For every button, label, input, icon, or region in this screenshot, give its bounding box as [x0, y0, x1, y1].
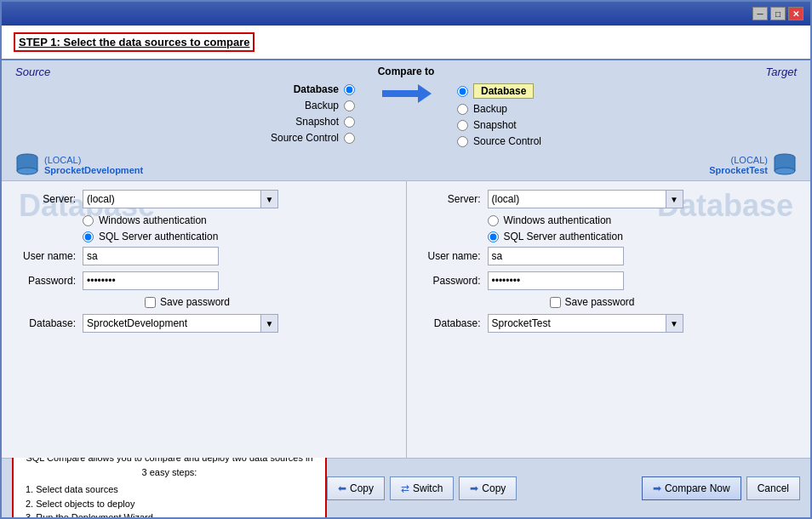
- target-database-label: Database:: [424, 317, 488, 329]
- target-save-password-row: Save password: [424, 296, 794, 308]
- target-windows-auth-row: Windows authentication: [424, 214, 794, 226]
- step-header-text: STEP 1: Select the data sources to compa…: [14, 32, 254, 52]
- source-server-dropdown-btn[interactable]: ▼: [261, 190, 278, 208]
- source-windows-auth-radio[interactable]: [83, 215, 94, 226]
- title-bar: ─ □ ✕: [2, 2, 810, 26]
- target-username-label: User name:: [424, 250, 488, 262]
- target-panel: Database Server: ▼ Windows authenticatio…: [407, 181, 811, 458]
- target-save-password-label: Save password: [565, 296, 635, 308]
- info-step-1: 1. Select data sources: [26, 482, 313, 497]
- target-database-input[interactable]: [488, 314, 666, 333]
- source-sql-auth-radio[interactable]: [83, 231, 94, 242]
- source-save-password-checkbox[interactable]: [145, 297, 156, 308]
- info-steps: 1. Select data sources 2. Select objects…: [26, 482, 313, 517]
- restore-button[interactable]: □: [770, 7, 786, 20]
- primary-buttons: ➡ Compare Now Cancel: [642, 476, 800, 500]
- copy-left-button[interactable]: ⬅ Copy: [327, 476, 385, 500]
- source-snapshot-radio[interactable]: [344, 117, 355, 128]
- target-sql-auth-row: SQL Server authentication: [424, 231, 794, 242]
- target-server-row: Server: ▼: [424, 190, 794, 208]
- compare-now-icon: ➡: [653, 482, 661, 494]
- target-username-row: User name:: [424, 247, 794, 265]
- source-save-password-row: Save password: [19, 296, 389, 308]
- target-snapshot-radio[interactable]: [457, 120, 468, 131]
- svg-marker-2: [418, 84, 432, 103]
- target-database-dropdown-btn[interactable]: ▼: [666, 314, 683, 333]
- target-password-input[interactable]: [488, 271, 624, 290]
- close-button[interactable]: ✕: [788, 7, 803, 20]
- svg-point-10: [775, 168, 795, 174]
- source-backup-label: Backup: [305, 100, 339, 111]
- source-db-name[interactable]: SprocketDevelopment: [44, 165, 143, 175]
- source-username-row: User name:: [19, 247, 389, 265]
- source-save-password-label: Save password: [160, 296, 230, 308]
- target-password-row: Password:: [424, 271, 794, 290]
- source-server-input[interactable]: [83, 190, 261, 208]
- target-server-name[interactable]: (LOCAL): [709, 155, 768, 165]
- source-windows-auth-label: Windows authentication: [99, 214, 207, 226]
- target-label: Target: [766, 66, 797, 78]
- target-server-label: Server:: [424, 193, 488, 205]
- info-step-2: 2. Select objects to deploy: [26, 497, 313, 511]
- copy-left-icon: ⬅: [338, 482, 346, 494]
- source-backup-radio[interactable]: [344, 100, 355, 111]
- compare-now-button[interactable]: ➡ Compare Now: [642, 476, 741, 500]
- source-sql-auth-label: SQL Server authentication: [99, 231, 218, 242]
- main-window: ─ □ ✕ STEP 1: Select the data sources to…: [0, 0, 812, 519]
- compare-to-label: Compare to: [378, 66, 435, 77]
- target-database-label: Database: [473, 83, 534, 99]
- target-sql-auth-radio[interactable]: [488, 231, 499, 242]
- svg-point-5: [17, 168, 37, 174]
- source-database-radio[interactable]: [344, 84, 355, 95]
- source-username-input[interactable]: [83, 247, 219, 265]
- source-db-info: (LOCAL) SprocketDevelopment: [44, 155, 143, 175]
- source-panel: Database Server: ▼ Windows authenticatio…: [2, 181, 406, 458]
- target-sourcecontrol-label: Source Control: [473, 135, 541, 147]
- source-sourcecontrol-label: Source Control: [271, 132, 339, 144]
- target-sourcecontrol-radio[interactable]: [457, 136, 468, 147]
- target-server-dropdown-btn[interactable]: ▼: [666, 190, 683, 208]
- target-sql-auth-label: SQL Server authentication: [504, 231, 623, 242]
- source-db-icon-section: (LOCAL) SprocketDevelopment: [15, 153, 143, 177]
- target-windows-auth-label: Windows authentication: [504, 214, 612, 226]
- titlebar-buttons: ─ □ ✕: [752, 7, 803, 20]
- source-server-row: Server: ▼: [19, 190, 389, 208]
- target-username-input[interactable]: [488, 247, 624, 265]
- source-database-input-group: ▼: [83, 314, 278, 333]
- switch-button[interactable]: ⇄ Switch: [390, 476, 454, 500]
- source-server-label: Server:: [19, 193, 83, 205]
- copy-left-label: Copy: [350, 482, 374, 494]
- source-server-name[interactable]: (LOCAL): [44, 155, 143, 165]
- target-windows-auth-radio[interactable]: [488, 215, 499, 226]
- target-db-name[interactable]: SprocketTest: [709, 165, 768, 175]
- step-label: STEP 1:: [19, 36, 60, 48]
- compare-arrow-icon: [380, 81, 432, 106]
- copy-right-button[interactable]: ➡ Copy: [459, 476, 517, 500]
- source-database-input[interactable]: [83, 314, 261, 333]
- compare-to-section: Compare to: [355, 66, 457, 106]
- target-database-radio[interactable]: [457, 86, 468, 97]
- target-snapshot-label: Snapshot: [473, 119, 517, 131]
- switch-label: Switch: [413, 482, 443, 494]
- source-database-dropdown-btn[interactable]: ▼: [261, 314, 278, 333]
- source-database-row: Database: ▼: [19, 314, 389, 333]
- step-description: Select the data sources to compare: [60, 36, 250, 48]
- target-db-info: (LOCAL) SprocketTest: [709, 155, 768, 175]
- source-username-label: User name:: [19, 250, 83, 262]
- bottom-bar: SQL Compare allows you to compare and de…: [2, 458, 810, 517]
- source-sourcecontrol-radio[interactable]: [344, 133, 355, 144]
- target-server-input[interactable]: [488, 190, 666, 208]
- cancel-button[interactable]: Cancel: [746, 476, 800, 500]
- action-buttons: ⬅ Copy ⇄ Switch ➡ Copy: [327, 476, 517, 500]
- target-backup-radio[interactable]: [457, 104, 468, 115]
- svg-rect-1: [382, 90, 418, 97]
- source-password-row: Password:: [19, 271, 389, 290]
- step-header: STEP 1: Select the data sources to compa…: [2, 26, 810, 60]
- source-password-input[interactable]: [83, 271, 219, 290]
- source-database-label: Database:: [19, 317, 83, 329]
- target-database-row: Database: ▼: [424, 314, 794, 333]
- target-save-password-checkbox[interactable]: [550, 297, 561, 308]
- minimize-button[interactable]: ─: [752, 7, 768, 20]
- compare-now-label: Compare Now: [665, 482, 730, 494]
- cancel-label: Cancel: [758, 482, 789, 494]
